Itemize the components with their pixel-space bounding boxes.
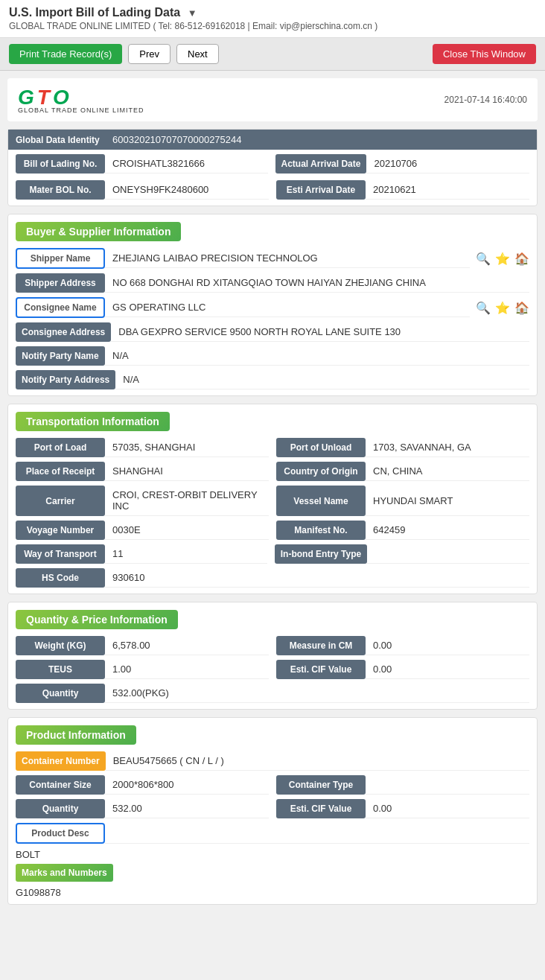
mater-label: Mater BOL No. [16,180,105,200]
buyer-supplier-title: Buyer & Supplier Information [16,222,181,241]
container-type-value [366,775,529,795]
next-button[interactable]: Next [176,44,219,64]
product-info-title: Product Information [16,725,136,745]
page-title: U.S. Import Bill of Lading Data [9,6,180,19]
product-qty-row: Quantity 532.00 Esti. CIF Value 0.00 [8,797,537,821]
port-load-value: 57035, SHANGHAI [105,438,269,457]
consignee-name-label: Consignee Name [16,297,105,318]
esti-value: 20210621 [366,180,529,200]
teus-row: TEUS 1.00 Esti. CIF Value 0.00 [8,658,537,681]
weight-value: 6,578.00 [105,636,269,655]
product-desc-label: Product Desc [16,823,105,844]
way-value: 11 [105,544,267,564]
country-label: Country of Origin [276,462,366,481]
content: G T O GLOBAL TRADE ONLINE LIMITED 2021-0… [0,71,545,920]
quantity-price-header: Quantity & Price Information [8,602,537,634]
home-icon[interactable]: 🏠 [514,252,529,266]
hs-label: HS Code [16,568,105,588]
shipper-name-value: ZHEJIANG LAIBAO PRECISION TECHNOLOG [105,249,470,268]
teus-value: 1.00 [105,660,269,679]
transportation-card: Transportation Information Port of Load … [7,404,538,594]
marks-spacer [113,864,529,882]
container-size-row: Container Size 2000*806*800 Container Ty… [8,773,537,797]
prev-button[interactable]: Prev [128,44,170,64]
container-type-label: Container Type [276,775,366,795]
product-desc-row: Product Desc [8,821,537,846]
quantity-price-card: Quantity & Price Information Weight (KG)… [7,602,538,710]
shipper-address-label: Shipper Address [16,273,105,293]
mater-value: ONEYSH9FK2480600 [105,180,269,200]
port-load-row: Port of Load 57035, SHANGHAI Port of Unl… [8,436,537,459]
inbond-label: In-bond Entry Type [275,544,367,564]
product-esti-label: Esti. CIF Value [276,799,366,818]
way-label: Way of Transport [16,544,105,564]
consignee-address-label: Consignee Address [16,322,111,342]
buyer-supplier-header: Buyer & Supplier Information [8,214,537,246]
shipper-address-row: Shipper Address NO 668 DONGHAI RD XITANG… [8,271,537,295]
esti-cif-label: Esti. CIF Value [276,660,366,679]
consignee-address-row: Consignee Address DBA GEXPRO SERVICE 950… [8,320,537,344]
way-row: Way of Transport 11 In-bond Entry Type [8,542,537,566]
search-icon[interactable]: 🔍 [476,252,491,266]
product-desc-value: BOLT [16,849,40,860]
port-unload-label: Port of Unload [276,438,366,457]
container-size-label: Container Size [16,775,105,795]
consignee-icons: 🔍 ⭐ 🏠 [476,301,529,315]
notify-address-value: N/A [115,370,529,389]
hs-row: HS Code 930610 [8,566,537,594]
measure-label: Measure in CM [276,636,366,655]
marks-label: Marks and Numbers [16,864,113,882]
container-num-label: Container Number [16,751,106,771]
inbond-value [367,544,529,564]
global-id-label: Global Data Identity [16,135,112,145]
buyer-supplier-card: Buyer & Supplier Information Shipper Nam… [7,214,538,396]
voyage-value: 0030E [105,521,269,540]
print-button[interactable]: Print Trade Record(s) [9,44,122,64]
marks-row: Marks and Numbers [8,862,537,884]
port-load-label: Port of Load [16,438,105,457]
star-icon[interactable]: ⭐ [495,252,510,266]
shipper-icons: 🔍 ⭐ 🏠 [476,252,529,266]
weight-row: Weight (KG) 6,578.00 Measure in CM 0.00 [8,634,537,658]
consignee-address-value: DBA GEXPRO SERVICE 9500 NORTH ROYAL LANE… [111,322,529,342]
country-value: CN, CHINA [366,462,529,481]
product-info-header: Product Information [8,718,537,749]
notify-address-label: Notify Party Address [16,370,115,389]
quantity-price-title: Quantity & Price Information [16,610,178,629]
esti-cif-value: 0.00 [366,660,529,679]
hs-value: 930610 [105,568,529,588]
qty-row: Quantity 532.00(PKG) [8,681,537,709]
datetime: 2021-07-14 16:40:00 [444,95,527,105]
manifest-value: 642459 [366,521,529,540]
dropdown-arrow-icon[interactable]: ▼ [188,7,197,19]
carrier-value: CROI, CREST-ORBIT DELIVERY INC [105,486,269,516]
container-size-value: 2000*806*800 [105,775,269,795]
product-qty-value: 532.00 [105,799,269,818]
voyage-row: Voyage Number 0030E Manifest No. 642459 [8,518,537,542]
container-num-row: Container Number BEAU5475665 ( CN / L / … [8,749,537,773]
vessel-value: HYUNDAI SMART [366,486,529,516]
logo-date-row: G T O GLOBAL TRADE ONLINE LIMITED 2021-0… [7,78,538,121]
bol-row: Bill of Lading No. CROISHATL3821666 Actu… [8,150,537,178]
product-esti-value: 0.00 [366,799,529,818]
weight-label: Weight (KG) [16,636,105,655]
top-bar: U.S. Import Bill of Lading Data ▼ GLOBAL… [0,0,545,38]
consignee-search-icon[interactable]: 🔍 [476,301,491,315]
close-button[interactable]: Close This Window [433,44,536,64]
contact-info: GLOBAL TRADE ONLINE LIMITED ( Tel: 86-51… [9,21,536,31]
container-num-value: BEAU5475665 ( CN / L / ) [106,751,529,771]
consignee-star-icon[interactable]: ⭐ [495,301,510,315]
bol-label: Bill of Lading No. [16,154,105,174]
toolbar: Print Trade Record(s) Prev Next Close Th… [0,38,545,71]
shipper-address-value: NO 668 DONGHAI RD XITANGQIAO TOWN HAIYAN… [105,273,529,293]
arrival-label: Actual Arrival Date [275,154,367,174]
consignee-home-icon[interactable]: 🏠 [514,301,529,315]
carrier-label: Carrier [16,486,105,516]
receipt-row: Place of Receipt SHANGHAI Country of Ori… [8,459,537,483]
product-qty-label: Quantity [16,799,105,818]
esti-label: Esti Arrival Date [276,180,366,200]
shipper-name-label: Shipper Name [16,248,105,269]
arrival-value: 20210706 [366,154,529,174]
notify-address-row: Notify Party Address N/A [8,368,537,395]
logo-subtext: GLOBAL TRADE ONLINE LIMITED [18,106,144,114]
